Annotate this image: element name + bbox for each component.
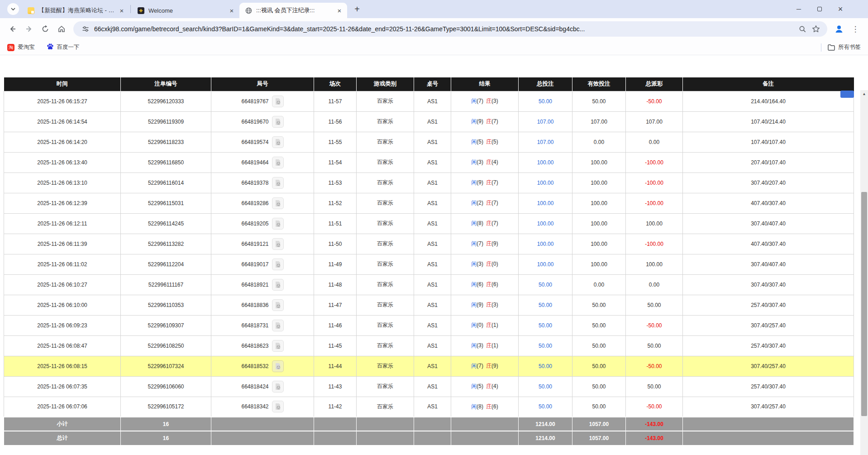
round-number: 664818424 [241, 383, 268, 390]
cell-total-bet[interactable]: 100.00 [519, 172, 572, 193]
tab-search-chevron-icon[interactable] [7, 3, 19, 15]
table-row[interactable]: 2025-11-26 06:13:40 522996116850 6648194… [4, 152, 854, 172]
close-tab-icon[interactable]: × [228, 6, 236, 14]
bookmark-baidu[interactable]: 百度一下 [47, 43, 80, 52]
cell-total-bet[interactable]: 107.00 [519, 132, 572, 152]
table-row[interactable]: 2025-11-26 06:07:06 522996105172 6648183… [4, 397, 854, 417]
scrollbar-thumb[interactable] [861, 192, 867, 416]
tab-bet-records[interactable]: :::视讯 会员下注纪录::: × [239, 3, 347, 18]
cell-total-bet[interactable]: 100.00 [519, 213, 572, 234]
table-row[interactable]: 2025-11-26 06:07:35 522996106060 6648184… [4, 376, 854, 397]
site-info-tune-icon[interactable] [79, 22, 92, 36]
tab-forum[interactable]: 【新提醒】海燕策略论坛 - 综合 × [22, 3, 129, 18]
cell-total-bet[interactable]: 50.00 [519, 397, 572, 417]
bookmark-label: 百度一下 [57, 43, 80, 51]
table-row[interactable]: 2025-11-26 06:13:10 522996116014 6648193… [4, 172, 854, 193]
cell-payout: -100.00 [626, 234, 683, 254]
cell-total-bet[interactable]: 107.00 [519, 111, 572, 132]
cell-total-bet[interactable]: 50.00 [519, 91, 572, 111]
table-row[interactable]: 2025-11-26 06:10:00 522996110353 6648188… [4, 295, 854, 315]
menu-dots-icon[interactable]: ⋮ [847, 21, 863, 37]
cell-result: 闲(5)庄(4) [451, 376, 519, 397]
back-button[interactable] [5, 21, 21, 37]
banker-result: 庄 [486, 363, 491, 369]
table-row[interactable]: 2025-11-26 06:12:39 522996115031 6648192… [4, 193, 854, 213]
table-row[interactable]: 2025-11-26 06:11:02 522996112204 6648190… [4, 254, 854, 274]
table-row[interactable]: 2025-11-26 06:15:27 522996120333 6648197… [4, 91, 854, 111]
video-replay-button[interactable] [272, 381, 284, 393]
close-tab-icon[interactable]: × [335, 6, 343, 14]
cell-total-bet[interactable]: 100.00 [519, 254, 572, 274]
cell-time: 2025-11-26 06:10:27 [4, 274, 121, 295]
all-bookmarks-button[interactable]: 所有书签 [828, 43, 861, 51]
home-button[interactable] [53, 21, 70, 37]
video-replay-button[interactable] [272, 116, 284, 128]
table-row[interactable]: 2025-11-26 06:08:47 522996108250 6648186… [4, 335, 854, 356]
video-replay-button[interactable] [272, 218, 284, 230]
partial-blue-button[interactable] [840, 91, 854, 98]
cell-bet-id: 522996108250 [121, 335, 211, 356]
table-row[interactable]: 2025-11-26 06:08:15 522996107324 6648185… [4, 356, 854, 376]
cell-remark: 307.40/257.40 [683, 397, 854, 417]
video-replay-button[interactable] [272, 96, 284, 107]
round-number: 664819767 [241, 98, 268, 105]
cell-total-bet[interactable]: 100.00 [519, 152, 572, 172]
video-replay-button[interactable] [272, 136, 284, 148]
player-result: 闲 [471, 240, 477, 247]
video-replay-button[interactable] [272, 259, 284, 270]
video-replay-button[interactable] [272, 340, 284, 352]
close-window-button[interactable]: × [830, 0, 851, 18]
address-bar[interactable]: 66cxkj98.com/game/betrecord_search/kind3… [73, 21, 827, 37]
cell-valid-bet: 100.00 [572, 254, 626, 274]
cell-payout: -50.00 [626, 315, 683, 335]
table-row[interactable]: 2025-11-26 06:11:39 522996113282 6648191… [4, 234, 854, 254]
player-result: 闲 [471, 281, 477, 287]
cell-time: 2025-11-26 06:10:00 [4, 295, 121, 315]
cell-total-bet[interactable]: 50.00 [519, 315, 572, 335]
video-replay-button[interactable] [272, 238, 284, 250]
video-replay-button[interactable] [272, 197, 284, 209]
url-text[interactable]: 66cxkj98.com/game/betrecord_search/kind3… [94, 25, 796, 33]
table-row[interactable]: 2025-11-26 06:14:54 522996119309 6648196… [4, 111, 854, 132]
cell-total-bet[interactable]: 50.00 [519, 376, 572, 397]
table-row[interactable]: 2025-11-26 06:10:27 522996111167 6648189… [4, 274, 854, 295]
table-row[interactable]: 2025-11-26 06:14:20 522996118233 6648195… [4, 132, 854, 152]
bookmark-star-icon[interactable] [809, 22, 823, 36]
round-number: 664818623 [241, 343, 268, 349]
player-result: 闲 [471, 118, 477, 125]
banker-result: 庄 [486, 118, 491, 125]
cell-total-bet[interactable]: 100.00 [519, 193, 572, 213]
cell-total-bet[interactable]: 100.00 [519, 234, 572, 254]
video-replay-button[interactable] [272, 177, 284, 189]
cell-payout: -100.00 [626, 193, 683, 213]
cell-total-bet[interactable]: 50.00 [519, 295, 572, 315]
scroll-up-arrow-icon[interactable]: ▲ [860, 90, 868, 98]
cell-payout: 100.00 [626, 213, 683, 234]
video-replay-button[interactable] [272, 360, 284, 372]
bookmark-taobao[interactable]: 淘 爱淘宝 [7, 43, 35, 51]
video-replay-button[interactable] [272, 320, 284, 331]
video-replay-button[interactable] [272, 401, 284, 412]
table-row[interactable]: 2025-11-26 06:09:23 522996109307 6648187… [4, 315, 854, 335]
tab-welcome[interactable]: Welcome × [132, 3, 239, 18]
zoom-magnifier-icon[interactable] [796, 22, 809, 36]
video-replay-button[interactable] [272, 157, 284, 168]
cell-payout: 50.00 [626, 295, 683, 315]
vertical-scrollbar[interactable]: ▲ [860, 90, 868, 455]
cell-total-bet[interactable]: 50.00 [519, 335, 572, 356]
cell-total-bet[interactable]: 50.00 [519, 274, 572, 295]
cell-total-bet[interactable]: 50.00 [519, 356, 572, 376]
video-replay-button[interactable] [272, 279, 284, 291]
refresh-button[interactable] [37, 21, 53, 37]
new-tab-button[interactable]: + [351, 3, 363, 15]
cell-payout: 100.00 [626, 254, 683, 274]
close-tab-icon[interactable]: × [118, 6, 126, 14]
cell-remark: 107.40/107.40 [683, 132, 854, 152]
forward-button[interactable] [21, 21, 37, 37]
minimize-button[interactable]: ─ [788, 0, 809, 18]
table-row[interactable]: 2025-11-26 06:12:11 522996114245 6648192… [4, 213, 854, 234]
profile-avatar[interactable] [831, 21, 847, 37]
cell-result: 闲(8)庄(7) [451, 213, 519, 234]
video-replay-button[interactable] [272, 299, 284, 311]
maximize-button[interactable] [809, 0, 830, 18]
